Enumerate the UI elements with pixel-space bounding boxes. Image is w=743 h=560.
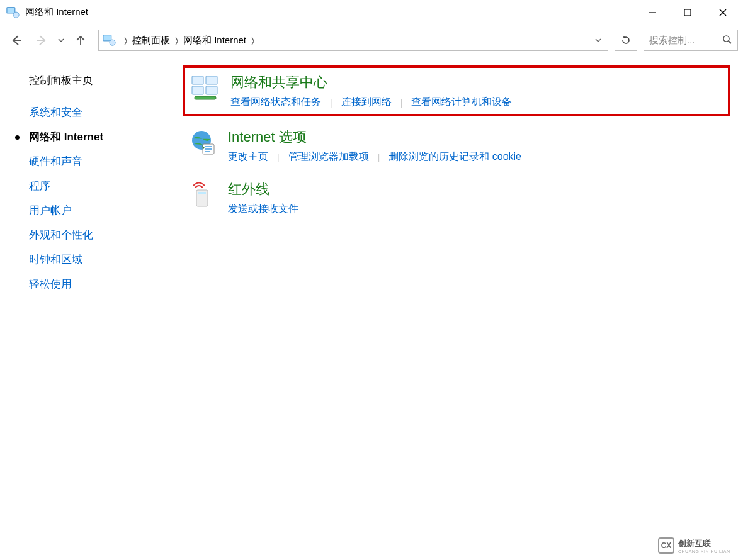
sidebar-item-network-internet[interactable]: 网络和 Internet (29, 130, 183, 144)
svg-point-10 (723, 36, 729, 42)
svg-point-9 (110, 40, 115, 45)
section-infrared: 红外线 发送或接收文件 (183, 175, 730, 221)
search-box[interactable]: 搜索控制... (644, 30, 738, 51)
main-pane: 网络和共享中心 查看网络状态和任务 | 连接到网络 | 查看网络计算机和设备 (183, 55, 743, 560)
sidebar: 控制面板主页 系统和安全 网络和 Internet 硬件和声音 程序 用户帐户 … (0, 55, 183, 560)
link-change-homepage[interactable]: 更改主页 (228, 150, 268, 164)
network-sharing-icon (188, 73, 223, 103)
minimize-button[interactable] (635, 0, 670, 25)
section-heading[interactable]: 网络和共享中心 (230, 73, 725, 92)
maximize-button[interactable] (670, 0, 705, 25)
breadcrumb-sep-icon: ❭ (174, 36, 179, 45)
search-icon (722, 35, 732, 47)
search-placeholder: 搜索控制... (649, 35, 722, 47)
sidebar-item-programs[interactable]: 程序 (29, 179, 183, 193)
svg-rect-12 (192, 76, 203, 84)
refresh-button[interactable] (615, 30, 637, 51)
app-icon (6, 6, 20, 20)
sidebar-item-appearance[interactable]: 外观和个性化 (29, 228, 183, 242)
internet-options-icon (185, 128, 220, 158)
close-button[interactable] (705, 0, 740, 25)
svg-rect-16 (195, 96, 216, 99)
svg-line-11 (729, 41, 731, 43)
sidebar-home[interactable]: 控制面板主页 (29, 73, 183, 87)
svg-rect-13 (206, 76, 217, 84)
address-bar[interactable]: ❭ 控制面板 ❭ 网络和 Internet ❭ (98, 30, 608, 51)
window-controls (635, 0, 740, 25)
link-view-status[interactable]: 查看网络状态和任务 (230, 96, 321, 109)
content-body: 控制面板主页 系统和安全 网络和 Internet 硬件和声音 程序 用户帐户 … (0, 55, 743, 560)
section-network-sharing: 网络和共享中心 查看网络状态和任务 | 连接到网络 | 查看网络计算机和设备 (183, 65, 730, 116)
breadcrumb-sep-icon: ❭ (250, 36, 256, 45)
title-bar: 网络和 Internet (0, 0, 743, 25)
control-panel-icon (103, 33, 116, 47)
sidebar-item-system-security[interactable]: 系统和安全 (29, 105, 183, 120)
svg-rect-15 (206, 86, 217, 94)
infrared-icon (185, 180, 220, 210)
back-button[interactable] (5, 29, 28, 52)
watermark-brand: 创新互联 (678, 538, 730, 549)
svg-rect-0 (7, 7, 15, 13)
window-title: 网络和 Internet (25, 6, 88, 18)
breadcrumb-root[interactable]: 控制面板 (132, 35, 170, 47)
watermark-logo: CX (658, 537, 674, 554)
watermark-sub: CHUANG XIN HU LIAN (678, 549, 730, 554)
svg-rect-8 (103, 35, 111, 41)
sidebar-item-hardware-sound[interactable]: 硬件和声音 (29, 154, 183, 169)
breadcrumb-sep-icon: ❭ (123, 36, 128, 45)
svg-rect-14 (192, 86, 203, 94)
link-connect-network[interactable]: 连接到网络 (341, 96, 392, 109)
forward-button[interactable] (30, 29, 53, 52)
svg-rect-23 (198, 192, 206, 194)
link-view-devices[interactable]: 查看网络计算机和设备 (411, 96, 512, 109)
svg-point-1 (13, 12, 19, 18)
link-manage-addons[interactable]: 管理浏览器加载项 (288, 150, 369, 164)
sidebar-item-clock-region[interactable]: 时钟和区域 (29, 252, 183, 267)
section-heading[interactable]: Internet 选项 (228, 128, 728, 147)
sidebar-item-user-accounts[interactable]: 用户帐户 (29, 203, 183, 218)
history-dropdown[interactable] (55, 37, 67, 43)
nav-bar: ❭ 控制面板 ❭ 网络和 Internet ❭ 搜索控制... (0, 25, 743, 55)
address-dropdown-icon[interactable] (593, 37, 604, 43)
link-send-receive-files[interactable]: 发送或接收文件 (228, 203, 298, 216)
breadcrumb-current[interactable]: 网络和 Internet (183, 35, 246, 47)
section-heading[interactable]: 红外线 (228, 180, 728, 199)
section-internet-options: Internet 选项 更改主页 | 管理浏览器加载项 | 删除浏览的历史记录和… (183, 123, 730, 169)
up-button[interactable] (69, 29, 92, 52)
svg-rect-3 (684, 9, 691, 16)
link-delete-history[interactable]: 删除浏览的历史记录和 cookie (389, 150, 521, 164)
sidebar-item-ease-access[interactable]: 轻松使用 (29, 277, 183, 291)
watermark: CX 创新互联 CHUANG XIN HU LIAN (654, 534, 740, 557)
